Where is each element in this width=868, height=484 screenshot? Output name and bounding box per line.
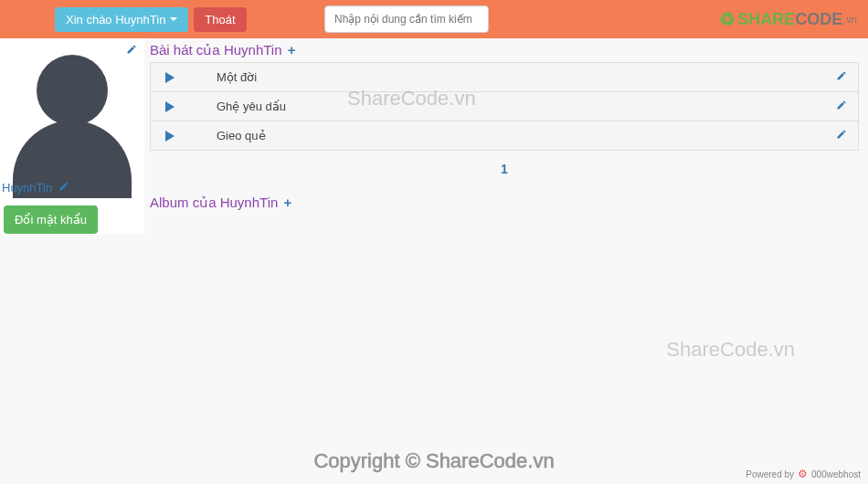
songs-heading: Bài hát của HuynhTin + xyxy=(150,42,859,58)
brand-suffix: .vn xyxy=(843,14,857,25)
edit-avatar-icon[interactable] xyxy=(126,44,137,58)
copyright-text: Copyright © ShareCode.vn xyxy=(313,449,554,473)
username-label[interactable]: HuynhTin xyxy=(2,181,69,195)
search-container xyxy=(324,5,489,33)
flame-icon: ⚙ xyxy=(798,468,808,480)
albums-heading-text: Album của HuynhTin xyxy=(150,195,278,210)
username-text: HuynhTin xyxy=(2,181,52,195)
greeting-label: Xin chào HuynhTin xyxy=(66,13,165,26)
song-row: Gieo quẻ xyxy=(150,121,859,151)
song-title[interactable]: Một đời xyxy=(217,70,257,84)
avatar-box: HuynhTin xyxy=(0,38,144,198)
edit-song-icon[interactable] xyxy=(836,70,847,84)
main-content: Bài hát của HuynhTin + Một đời Ghệ yêu d… xyxy=(144,38,868,234)
play-icon[interactable] xyxy=(165,101,175,112)
powered-by-label: Powered by xyxy=(746,469,794,479)
search-input[interactable] xyxy=(324,5,489,33)
logout-button[interactable]: Thoát xyxy=(194,7,246,32)
recycle-icon: ♻ xyxy=(719,8,736,30)
edit-song-icon[interactable] xyxy=(836,129,847,142)
avatar-head-icon xyxy=(37,55,108,126)
song-row: Ghệ yêu dấu xyxy=(150,92,859,121)
song-list: Một đời Ghệ yêu dấu Gieo quẻ xyxy=(150,62,859,151)
play-icon[interactable] xyxy=(165,131,175,142)
brand-share: SHARE xyxy=(737,10,795,29)
add-song-icon[interactable]: + xyxy=(288,42,296,58)
sidebar: HuynhTin Đổi mật khẩu xyxy=(0,38,144,234)
song-title[interactable]: Gieo quẻ xyxy=(217,129,266,142)
play-icon[interactable] xyxy=(165,72,175,83)
change-password-button[interactable]: Đổi mật khẩu xyxy=(4,205,98,234)
watermark: ShareCode.vn xyxy=(666,338,795,362)
song-row: Một đời xyxy=(150,62,859,92)
pagination[interactable]: 1 xyxy=(150,162,859,176)
edit-username-icon[interactable] xyxy=(58,183,69,194)
caret-down-icon xyxy=(170,17,177,21)
top-navbar: Xin chào HuynhTin Thoát ♻ SHARE CODE .vn xyxy=(0,0,868,38)
add-album-icon[interactable]: + xyxy=(284,195,292,210)
song-title[interactable]: Ghệ yêu dấu xyxy=(217,100,286,113)
brand-code: CODE xyxy=(795,10,842,29)
footer-brand: Powered by ⚙ 000webhost xyxy=(746,468,861,480)
songs-heading-text: Bài hát của HuynhTin xyxy=(150,42,282,58)
greeting-dropdown[interactable]: Xin chào HuynhTin xyxy=(55,7,188,32)
edit-song-icon[interactable] xyxy=(836,100,847,113)
host-label: 000webhost xyxy=(811,469,861,479)
albums-heading: Album của HuynhTin + xyxy=(150,195,859,211)
brand-logo: ♻ SHARE CODE .vn xyxy=(719,8,857,30)
